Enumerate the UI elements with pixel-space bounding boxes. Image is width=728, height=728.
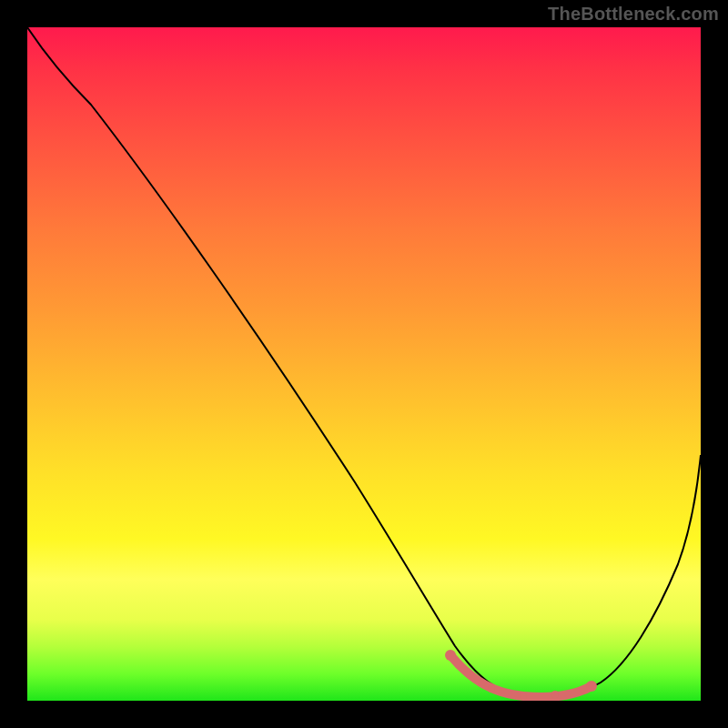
optimal-range-start-dot [445, 650, 456, 661]
plot-area [27, 27, 701, 701]
marker-dot [488, 685, 495, 693]
marker-dot [520, 693, 527, 700]
chart-frame: TheBottleneck.com [0, 0, 728, 728]
curve-svg [27, 27, 701, 701]
marker-dot [551, 691, 559, 698]
watermark-text: TheBottleneck.com [548, 4, 719, 25]
optimal-range-marker [450, 655, 592, 697]
optimal-range-end-dot [586, 681, 597, 692]
bottleneck-curve [27, 27, 701, 697]
